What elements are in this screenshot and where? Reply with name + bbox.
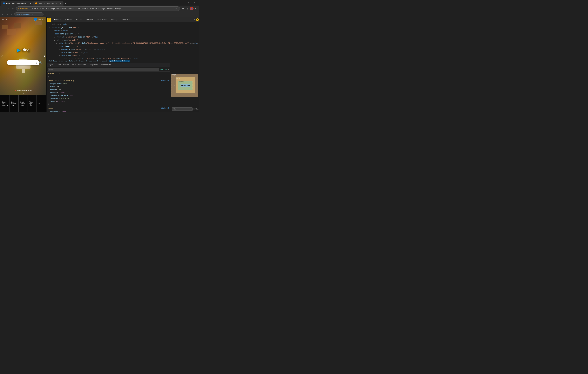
bm-border: border - - - padding - - [176,77,195,93]
triangle-ajax[interactable] [54,36,55,38]
browser-favorites-icon[interactable]: ⊞ [185,7,189,11]
tab-devtools[interactable]: 🟠 DevTools - www.bing.com/ ✕ [33,1,63,6]
box-model-filter-input[interactable] [172,107,193,111]
second-address-field[interactable]: https://www.bing.com/ [14,12,43,16]
bing-news-item-3[interactable]: Father might testify [28,95,36,112]
bc-hpbody[interactable]: div.hp_body [58,60,68,62]
dom-line-hpcont[interactable]: <div class="hp_cont" > [47,45,199,48]
styles-filter-input[interactable] [48,68,159,71]
favorite-button[interactable]: ☆ [174,7,178,11]
profile-avatar[interactable]: 👤 [190,7,194,10]
bing-menu-icon[interactable]: ≡ [44,18,45,21]
dom-line-dimmer[interactable]: <div class="dimmer" ></div> [47,51,199,54]
bing-search-button[interactable]: 🔍 [39,61,42,64]
bing-search-input[interactable] [9,62,34,64]
bing-chevron-right[interactable]: ❯ [43,55,45,57]
bc-body[interactable]: body [53,60,57,62]
second-back-button[interactable]: ← [1,12,5,16]
bing-news-item-4[interactable]: Am [37,95,45,112]
dom-line-doctype[interactable]: <!doctype html> [47,23,199,26]
close-button[interactable]: ✕ [191,0,198,5]
styles-cls-button[interactable]: .cls [164,68,167,70]
bc-html[interactable]: html [48,60,52,62]
address-bar-row: ← → ↻ ⚠ Not secure | 10.68.241.216:50080… [0,6,199,12]
minimize-button[interactable]: ─ [178,0,185,5]
bc-form[interactable]: form#sb_form.sb_form.hassbi [85,60,108,62]
style-rule-margin: margin-left: 10px; [48,83,169,85]
dom-line-imgcont[interactable]: <div class="img_cont" style="background-… [47,42,199,45]
second-address-text: https://www.bing.com/ [16,13,33,15]
triangle-svg[interactable] [61,58,63,59]
bing-news-item-0[interactable]: Signed and delivered [1,95,10,112]
triangle-header[interactable] [58,48,60,51]
reload-button[interactable]: ↻ [11,7,15,11]
tab-close-inspect[interactable]: ✕ [29,2,32,5]
dom-tree[interactable]: <!doctype html> <html lang="en" dir="ltr… [47,22,199,59]
bing-chevron-left[interactable]: ❮ [1,55,3,57]
style-rule-boxsizing: box-sizing: inherit; [48,110,169,112]
triangle-sbox[interactable] [58,54,60,57]
style-link-sbox-star[interactable]: (index):6 [161,107,169,110]
tab-bar: 🔵 Inspect with Chrome Developer ✕ 🟠 DevT… [0,0,199,6]
tab-sources[interactable]: Sources [74,17,84,22]
address-field[interactable]: ⚠ Not secure | 10.68.241.216:50080/msedg… [16,6,180,11]
bing-news-item-1[interactable]: New 'caravan' forms [10,95,18,112]
styles-hov-button[interactable]: :hov [160,68,163,70]
tab-performance[interactable]: Performance [95,17,109,22]
tab-inspect[interactable]: 🔵 Inspect with Chrome Developer ✕ [1,1,33,6]
forward-button[interactable]: → [6,7,10,11]
bc-sbox[interactable]: div.sbox [78,60,85,62]
show-all-checkbox[interactable] [193,108,195,110]
bing-news-item-2[interactable]: Debate winners, losers [19,95,27,112]
triangle-head[interactable] [51,30,53,32]
style-tab-dom-breakpoints[interactable]: DOM Breakpoints [71,63,88,67]
triangle-html[interactable] [49,26,51,29]
bing-search-box[interactable]: ⊙ 🔍 [7,60,40,65]
triangle-hpcont[interactable] [56,45,58,48]
style-rule-outline: outline: ▶none; [48,91,169,94]
dom-line-ajaxstyles[interactable]: <div id="ajaxStyles" data-bm="42" >…</di… [47,35,199,39]
dom-line-sbox[interactable]: <div class="sbox" > [47,54,199,57]
styles-content[interactable]: element.style { } .sbox .sb_form .sb_for… [47,72,170,112]
devtools-inspect-icon[interactable] [47,18,51,22]
svg-rect-0 [48,19,50,20]
triangle-hpbody[interactable] [54,39,55,42]
new-tab-button[interactable]: + [63,1,68,6]
style-selector-sbform: .sbox .sb_form .sb_form_q { [48,79,74,82]
dom-line-header[interactable]: <header class="header" id="hdr" >…</head… [47,48,199,51]
back-button[interactable]: ← [1,7,5,11]
dom-line-html[interactable]: <html lang="en" dir="ltr" > [47,26,199,29]
tab-close-devtools[interactable]: ✕ [59,2,62,5]
tab-memory[interactable]: Memory [109,17,119,22]
style-tab-accessibility[interactable]: Accessibility [99,63,112,67]
triangle-imgcont[interactable] [56,42,58,44]
more-options-icon[interactable]: ⋯ [194,7,198,11]
bing-camera-icon[interactable]: ⊙ [35,62,37,64]
dom-line-head[interactable]: <head>…</head> [47,29,199,32]
second-reload-button[interactable]: ↻ [10,12,13,16]
styles-add-rule-button[interactable]: + [168,68,169,71]
tab-elements[interactable]: Elements [52,17,63,22]
bc-input[interactable]: input#sb_form_q.sb_form_q [109,60,130,62]
dom-line-svg[interactable]: <svg class="logo" fill="white" viewBox="… [47,57,199,59]
style-block-sbox-star: .sbox * { (index):6 box-sizing: inherit;… [48,107,169,112]
style-tab-event-listeners[interactable]: Event Listeners [55,63,71,67]
tab-application[interactable]: Application [119,17,132,22]
profile-icon[interactable]: 👤 [190,7,194,11]
style-tab-properties[interactable]: Properties [88,63,99,67]
bing-images-link[interactable]: Images [1,18,7,20]
dom-line-body[interactable]: <body data-priority="2" > [47,32,199,36]
bc-hpcont[interactable]: div.hp_cont [68,60,77,62]
triangle-body[interactable] [51,33,53,35]
bing-user-avatar[interactable]: 👤 [34,18,37,21]
style-link-sbform[interactable]: (index):6 [161,79,169,83]
bing-scroll-down[interactable]: ∨ [23,92,24,94]
second-forward-button[interactable]: → [6,12,9,16]
tab-network[interactable]: Network [84,17,95,22]
style-tab-styles[interactable]: Styles [47,63,55,67]
more-tabs-chevron[interactable]: » [193,19,196,21]
tab-console[interactable]: Console [63,17,74,22]
favorites-icon[interactable]: ★ [181,7,185,11]
maximize-button[interactable]: □ [185,0,191,5]
dom-line-hpbody[interactable]: <div class="hp_body " > [47,39,199,42]
